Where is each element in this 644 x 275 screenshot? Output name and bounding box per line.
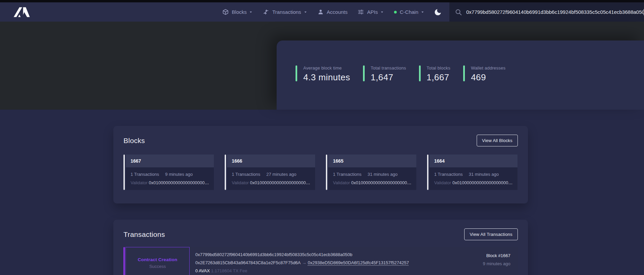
nav-item-transactions[interactable]: Transactions: [263, 9, 307, 15]
chevron-down-icon: [249, 10, 253, 14]
tx-type-box: Contract Creation Success: [125, 247, 190, 275]
search-value: 0x7799bd580272f9604140b6991d3bb6c19924bf…: [466, 9, 643, 15]
tx-from-address[interactable]: 0x2E7263d815CbB43a9647843C8a1e2F5c87F75d…: [195, 260, 301, 265]
tx-main: 0x7799bd580272f9604140b6991d3bb6c19924bf…: [190, 247, 518, 275]
block-card-body: 1 Transactions 31 minutes ago Validator …: [328, 167, 416, 190]
block-time: 31 minutes ago: [469, 172, 499, 177]
view-all-transactions-button[interactable]: View All Transactions: [464, 228, 518, 240]
browser-top-strip: [0, 0, 644, 2]
chain-status-dot: [394, 11, 397, 13]
block-card-body: 1 Transactions 27 minutes ago Validator …: [227, 167, 315, 190]
stat-average-block-time: Average block time 4.3 minutes: [296, 65, 350, 83]
card-accent-bar: [123, 155, 125, 190]
block-card-body: 1 Transactions 9 minutes ago Validator 0…: [126, 167, 214, 190]
block-card-1664[interactable]: 1664 1 Transactions 31 minutes ago Valid…: [427, 155, 517, 190]
nav-item-accounts[interactable]: Accounts: [317, 9, 348, 15]
block-card-body: 1 Transactions 31 minutes ago Validator …: [429, 167, 517, 190]
tx-accent-bar: [123, 247, 125, 275]
stat-accent-bar: [419, 65, 421, 81]
tx-fee: 1.1718604 TX Fee: [211, 268, 247, 273]
chevron-down-icon: [380, 10, 384, 14]
block-card-1667[interactable]: 1667 1 Transactions 9 minutes ago Valida…: [123, 155, 214, 190]
block-number: 1666: [227, 155, 315, 167]
navbar: Blocks Transactions: [0, 2, 644, 22]
block-tx-count: 1 Transactions: [131, 172, 159, 177]
transfer-icon: [263, 9, 269, 15]
stat-value: 4.3 minutes: [303, 72, 350, 83]
block-tx-count: 1 Transactions: [434, 172, 463, 177]
stat-label: Wallet addresses: [471, 65, 505, 71]
person-icon: [317, 9, 324, 15]
block-number: 1667: [126, 155, 214, 167]
validator-address: 0x01000000000000000000000000000000000000…: [351, 180, 412, 185]
stat-label: Total blocks: [427, 65, 450, 71]
tx-amount: 0 AVAX: [195, 268, 210, 273]
tx-block-ref[interactable]: Block #1667: [483, 253, 510, 258]
nav-item-blocks[interactable]: Blocks: [222, 9, 253, 15]
validator-address: 0x01000000000000000000000000000000000000…: [250, 180, 310, 185]
nav-label-accounts: Accounts: [327, 9, 348, 15]
stat-accent-bar: [363, 65, 365, 81]
avalanche-logo-icon[interactable]: [12, 6, 30, 18]
block-time: 9 minutes ago: [165, 172, 193, 177]
stat-label: Total transactions: [371, 65, 406, 71]
transaction-row[interactable]: Contract Creation Success 0x7799bd580272…: [123, 247, 518, 275]
validator-label: Validator: [131, 180, 147, 185]
tx-to-address[interactable]: 0x2938eD5D869e50DA6f125dfc45F13157f52742…: [308, 260, 409, 265]
search-icon: [455, 8, 462, 16]
block-time: 27 minutes ago: [267, 172, 297, 177]
stats-panel: Average block time 4.3 minutes Total tra…: [277, 40, 644, 110]
stat-label: Average block time: [303, 65, 350, 71]
validator-address: 0x01000000000000000000000000000000000000…: [149, 180, 209, 185]
nav-label-blocks: Blocks: [232, 9, 247, 15]
transactions-panel: Transactions View All Transactions Contr…: [113, 220, 528, 275]
card-accent-bar: [326, 155, 327, 190]
search-input[interactable]: 0x7799bd580272f9604140b6991d3bb6c19924bf…: [449, 2, 644, 22]
card-accent-bar: [427, 155, 428, 190]
block-number: 1664: [429, 155, 517, 167]
cube-icon: [222, 9, 229, 15]
stat-total-blocks: Total blocks 1,667: [419, 65, 450, 83]
validator-address: 0x01000000000000000000000000000000000000…: [452, 180, 513, 185]
tx-status-badge: Success: [149, 264, 166, 269]
nav-item-c-chain[interactable]: C-Chain: [394, 9, 424, 15]
transactions-title: Transactions: [123, 230, 165, 239]
sliders-icon: [358, 9, 364, 15]
block-card-1666[interactable]: 1666 1 Transactions 27 minutes ago Valid…: [225, 155, 315, 190]
blocks-title: Blocks: [123, 137, 145, 145]
stat-wallet-addresses: Wallet addresses 469: [463, 65, 505, 83]
validator-label: Validator: [232, 180, 249, 185]
stat-value: 1,647: [371, 72, 406, 83]
stat-accent-bar: [296, 65, 297, 81]
tx-time: 9 minutes ago: [483, 261, 510, 266]
hero-section: Average block time 4.3 minutes Total tra…: [0, 22, 644, 110]
tx-type: Contract Creation: [138, 257, 177, 262]
chevron-down-icon: [421, 10, 424, 14]
nav-menu: Blocks Transactions: [222, 9, 424, 15]
block-card-1665[interactable]: 1665 1 Transactions 31 minutes ago Valid…: [326, 155, 416, 190]
blocks-panel: Blocks View All Blocks 1667 1 Transactio…: [113, 126, 528, 203]
block-cards-row: 1667 1 Transactions 9 minutes ago Valida…: [123, 155, 518, 190]
tx-hash[interactable]: 0x7799bd580272f9604140b6991d3bb6c19924bf…: [195, 252, 409, 257]
view-all-blocks-button[interactable]: View All Blocks: [477, 135, 518, 146]
card-accent-bar: [225, 155, 226, 190]
validator-label: Validator: [434, 180, 451, 185]
stat-value: 469: [471, 72, 505, 83]
block-number: 1665: [328, 155, 416, 167]
transactions-panel-header: Transactions View All Transactions: [123, 228, 518, 240]
arrow-right-icon: →: [301, 260, 308, 265]
nav-label-c-chain: C-Chain: [400, 9, 418, 15]
nav-label-transactions: Transactions: [272, 9, 301, 15]
chevron-down-icon: [304, 10, 307, 14]
dark-mode-moon-icon[interactable]: [434, 8, 442, 16]
nav-item-apis[interactable]: APIs: [358, 9, 384, 15]
validator-label: Validator: [333, 180, 350, 185]
stat-accent-bar: [463, 65, 465, 81]
block-tx-count: 1 Transactions: [333, 172, 362, 177]
block-tx-count: 1 Transactions: [232, 172, 260, 177]
nav-label-apis: APIs: [367, 9, 378, 15]
blocks-panel-header: Blocks View All Blocks: [123, 135, 518, 146]
stat-value: 1,667: [427, 72, 450, 83]
stat-total-transactions: Total transactions 1,647: [363, 65, 406, 83]
block-time: 31 minutes ago: [368, 172, 398, 177]
